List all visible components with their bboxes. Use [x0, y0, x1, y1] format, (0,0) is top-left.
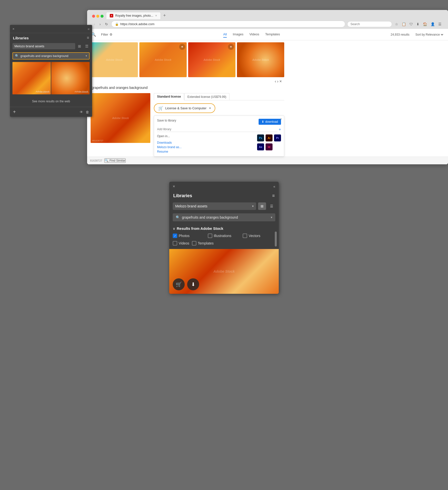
stock-image-2[interactable]: Adobe Stock ✦ [139, 42, 187, 77]
stock-image-1[interactable]: Adobe Stock [91, 42, 138, 77]
home-icon[interactable]: 🏠 [422, 21, 428, 27]
menu-icon[interactable]: ☰ [437, 21, 443, 27]
download-preview-button[interactable]: ⬇ [187, 278, 199, 290]
videos-checkbox[interactable] [173, 241, 177, 245]
add-to-library-button[interactable]: 🛒 [173, 278, 185, 290]
panel-b-image-preview[interactable]: Adobe Stock 🛒 ⬇ [169, 249, 279, 294]
panel-b-search-row: 🔍 grapefruits and oranges background ▾ [173, 213, 275, 221]
panel-close-button[interactable]: × [12, 27, 14, 31]
popup-close-button[interactable]: × [280, 117, 282, 121]
illustrations-checkbox[interactable] [208, 234, 212, 238]
browser-search-bar[interactable] [347, 21, 392, 27]
standard-license-tab[interactable]: Standard license [154, 93, 184, 100]
library-select-row: Melozo brand assets ⊞ ☰ [10, 42, 92, 51]
reload-button[interactable]: ↻ [104, 21, 109, 27]
license-save-button[interactable]: 🛒 License & Save to Computer ▾ [154, 103, 215, 113]
shield-icon[interactable]: 🛡 [408, 21, 414, 27]
image-title: grapefruits and oranges background [91, 86, 284, 90]
panel-b-collapse-button[interactable]: « [273, 184, 275, 188]
resume-link[interactable]: Resume [157, 150, 182, 153]
search-dropdown-b[interactable]: ▾ [271, 216, 272, 219]
panel-collapse-button[interactable]: « [88, 27, 90, 31]
results-header: ∨ Results from Adobe Stock [173, 226, 275, 231]
photoshop-icon[interactable]: Ps [257, 134, 264, 141]
download-button[interactable]: ⬇ download [259, 119, 281, 125]
scrollbar-thumb[interactable] [275, 232, 277, 246]
app-icon-row-2: Ae Id [257, 143, 281, 150]
aftereffects-icon[interactable]: Ae [257, 143, 264, 150]
premiere-icon[interactable]: Pr [274, 134, 281, 141]
panel-image-cell-1[interactable]: Adobe Stock #81638727 [12, 62, 51, 94]
stock-image-4[interactable]: Adobe Stock [237, 42, 284, 77]
detail-main-image[interactable]: Adobe Stock #81638727 [91, 93, 150, 143]
tab-templates[interactable]: Templates [265, 31, 280, 38]
detail-prev-button[interactable]: ‹ [275, 79, 276, 84]
see-more-text[interactable]: See more results on the web [32, 100, 70, 103]
tab-all[interactable]: All [223, 31, 227, 38]
panel-image-cell-2[interactable]: Adobe Stock #72944209 [51, 62, 90, 94]
stock-top-row: Adobe Stock Adobe Stock ✦ Adobe Stock [91, 42, 284, 77]
add-library-input[interactable] [157, 127, 277, 132]
vectors-checkbox[interactable] [243, 234, 247, 238]
filter-button[interactable]: Filter ⚙ [101, 33, 112, 36]
detail-close-button[interactable]: × [280, 79, 282, 84]
save-to-library-label: Save to library [157, 119, 176, 122]
photos-label: Photos [179, 234, 190, 238]
library-select-wrapper[interactable]: Melozo brand assets ▾ [173, 202, 256, 210]
melozo-link[interactable]: Melozo brand as... [157, 145, 182, 149]
panel-b-menu-icon[interactable]: ≡ [272, 193, 275, 198]
forward-button[interactable]: › [98, 21, 102, 27]
minimize-traffic-light[interactable] [96, 15, 99, 18]
sort-select[interactable]: Sort by Relevance [414, 33, 444, 37]
app-icon-row-1: Ps Ai Pr [257, 134, 281, 141]
search-dropdown-button[interactable]: ▾ [86, 54, 87, 58]
downloads-link[interactable]: Downloads [157, 141, 182, 144]
tab-close-button[interactable]: × [155, 14, 157, 17]
bookmark-icon[interactable]: ☆ [394, 21, 399, 27]
visibility-icon[interactable]: 👁 [80, 110, 83, 114]
close-traffic-light[interactable] [92, 15, 95, 18]
checkbox-checkmark: ✓ [174, 234, 176, 238]
find-similar-button[interactable]: 🔍 Find Similar [104, 158, 126, 163]
delete-icon[interactable]: 🗑 [86, 110, 89, 114]
results-count: 24,933 results [391, 33, 409, 36]
photos-checkbox[interactable]: ✓ [173, 234, 177, 238]
view-grid-button-b[interactable]: ⊞ [258, 202, 266, 210]
stock-image-3[interactable]: Adobe Stock ✦ [188, 42, 235, 77]
extended-license-tab[interactable]: Extended license (US$79.99) [184, 93, 229, 100]
address-bar[interactable]: 🔒 https://stock.adobe.com [111, 21, 345, 27]
panel-menu-icon[interactable]: ≡ [87, 36, 89, 40]
browser-tabs: A Royalty free images, photo... × + [90, 12, 445, 19]
templates-checkbox[interactable] [192, 241, 196, 245]
view-grid-button[interactable]: ⊞ [77, 43, 82, 49]
preview-action-buttons: 🛒 ⬇ [173, 278, 199, 290]
indesign-icon[interactable]: Id [266, 143, 273, 150]
stock-image-grid: Adobe Stock Adobe Stock ✦ Adobe Stock [91, 42, 284, 157]
view-list-button-b[interactable]: ☰ [268, 202, 275, 210]
detail-next-button[interactable]: › [277, 79, 278, 84]
stock-tabs: All Images Videos Templates [117, 31, 386, 38]
browser-tab-active[interactable]: A Royalty free images, photo... × [106, 12, 161, 19]
license-tabs: Standard license Extended license (US$79… [154, 93, 284, 100]
add-library-plus-button[interactable]: + [279, 127, 281, 132]
maximize-traffic-light[interactable] [101, 15, 104, 18]
add-button[interactable]: + [13, 109, 16, 115]
tab-images[interactable]: Images [233, 31, 243, 38]
browser-search-input[interactable] [350, 22, 380, 26]
detail-watermark: Adobe Stock [112, 117, 129, 120]
new-tab-button[interactable]: + [161, 12, 168, 19]
view-list-button[interactable]: ☰ [84, 43, 90, 49]
favorite-button-2[interactable]: ✦ [179, 44, 185, 50]
back-button[interactable]: ‹ [93, 21, 96, 27]
library-select[interactable]: Melozo brand assets [12, 43, 75, 49]
filter-illustrations: Illustrations [208, 234, 240, 238]
panel-title: Libraries [13, 36, 29, 40]
panel-b-close-button[interactable]: × [173, 184, 175, 189]
favorite-button-3[interactable]: ✦ [228, 44, 234, 50]
tab-videos[interactable]: Videos [249, 31, 259, 38]
download-icon[interactable]: ⬇ [415, 21, 420, 27]
address-text: https://stock.adobe.com [120, 22, 341, 26]
illustrator-icon[interactable]: Ai [266, 134, 273, 141]
account-icon[interactable]: 👤 [430, 21, 436, 27]
reading-list-icon[interactable]: 📋 [401, 21, 407, 27]
